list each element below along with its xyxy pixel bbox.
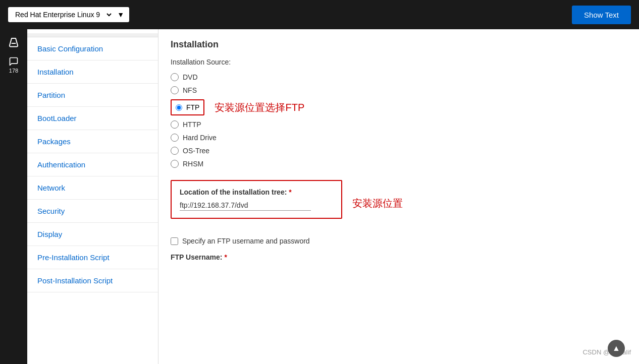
ftp-credentials-checkbox-row[interactable]: Specify an FTP username and password bbox=[171, 237, 627, 245]
sidebar: Basic Configuration Installation Partiti… bbox=[27, 29, 158, 364]
location-row: Location of the installation tree:* 安装源位… bbox=[171, 180, 627, 227]
option-ftp-label: FTP bbox=[186, 103, 199, 111]
radio-os-tree[interactable] bbox=[171, 147, 179, 155]
flask-icon[interactable] bbox=[5, 34, 22, 51]
top-bar: Red Hat Enterprise Linux 9 ▼ Show Text bbox=[0, 0, 639, 29]
option-http-label: HTTP bbox=[183, 120, 201, 129]
location-label: Location of the installation tree:* bbox=[180, 188, 333, 196]
radio-dvd[interactable] bbox=[171, 73, 179, 81]
option-os-tree-label: OS-Tree bbox=[183, 147, 209, 155]
option-os-tree[interactable]: OS-Tree bbox=[171, 147, 627, 155]
option-hard-drive[interactable]: Hard Drive bbox=[171, 134, 627, 142]
radio-hard-drive[interactable] bbox=[171, 134, 179, 142]
ftp-username-label-row: FTP Username:* bbox=[171, 253, 627, 261]
radio-ftp[interactable] bbox=[176, 104, 182, 111]
option-dvd-label: DVD bbox=[183, 73, 198, 81]
chevron-down-icon: ▼ bbox=[117, 11, 124, 19]
sidebar-item-bootloader[interactable]: BootLoader bbox=[27, 107, 158, 130]
radio-rhsm[interactable] bbox=[171, 160, 179, 168]
radio-http[interactable] bbox=[171, 120, 179, 129]
section-title: Installation bbox=[171, 39, 627, 50]
location-input[interactable] bbox=[180, 200, 311, 211]
option-nfs[interactable]: NFS bbox=[171, 86, 627, 94]
ftp-credentials-label: Specify an FTP username and password bbox=[182, 237, 310, 245]
sidebar-item-authentication[interactable]: Authentication bbox=[27, 153, 158, 176]
option-rhsm[interactable]: RHSM bbox=[171, 160, 627, 168]
ftp-credentials-checkbox[interactable] bbox=[171, 237, 178, 245]
option-ftp[interactable]: FTP bbox=[171, 99, 204, 115]
main-content: Installation Installation Source: DVD NF… bbox=[158, 29, 639, 364]
left-icon-panel: 178 bbox=[0, 29, 27, 364]
option-nfs-label: NFS bbox=[183, 86, 197, 94]
os-select[interactable]: Red Hat Enterprise Linux 9 bbox=[13, 10, 113, 19]
location-annotation: 安装源位置 bbox=[352, 197, 403, 210]
installation-source-label: Installation Source: bbox=[171, 58, 627, 66]
sidebar-item-packages[interactable]: Packages bbox=[27, 130, 158, 153]
sidebar-item-network[interactable]: Network bbox=[27, 176, 158, 200]
comment-count: 178 bbox=[9, 68, 18, 74]
sidebar-item-installation[interactable]: Installation bbox=[27, 60, 158, 84]
scroll-up-button[interactable]: ▲ bbox=[608, 340, 625, 357]
option-http[interactable]: HTTP bbox=[171, 120, 627, 129]
show-text-button[interactable]: Show Text bbox=[572, 6, 631, 24]
sidebar-item-security[interactable]: Security bbox=[27, 200, 158, 223]
installation-source-options: DVD NFS FTP 安装源位置选择FTP HTTP bbox=[171, 73, 627, 168]
sidebar-item-pre-installation-script[interactable]: Pre-Installation Script bbox=[27, 246, 158, 269]
comment-icon[interactable]: 178 bbox=[5, 56, 22, 74]
option-rhsm-label: RHSM bbox=[183, 160, 203, 168]
sidebar-item-post-installation-script[interactable]: Post-Installation Script bbox=[27, 269, 158, 292]
sidebar-item-display[interactable]: Display bbox=[27, 223, 158, 246]
ftp-annotation: 安装源位置选择FTP bbox=[215, 101, 304, 114]
radio-nfs[interactable] bbox=[171, 86, 179, 94]
location-required-indicator: * bbox=[289, 188, 291, 196]
sidebar-item-basic-configuration[interactable]: Basic Configuration bbox=[27, 37, 158, 60]
location-section: Location of the installation tree:* bbox=[171, 180, 342, 219]
main-layout: 178 Basic Configuration Installation Par… bbox=[0, 29, 639, 364]
option-hard-drive-label: Hard Drive bbox=[183, 134, 217, 142]
sidebar-item-partition[interactable]: Partition bbox=[27, 84, 158, 107]
os-dropdown[interactable]: Red Hat Enterprise Linux 9 ▼ bbox=[8, 7, 129, 22]
option-dvd[interactable]: DVD bbox=[171, 73, 627, 81]
ftp-username-required: * bbox=[224, 253, 227, 261]
